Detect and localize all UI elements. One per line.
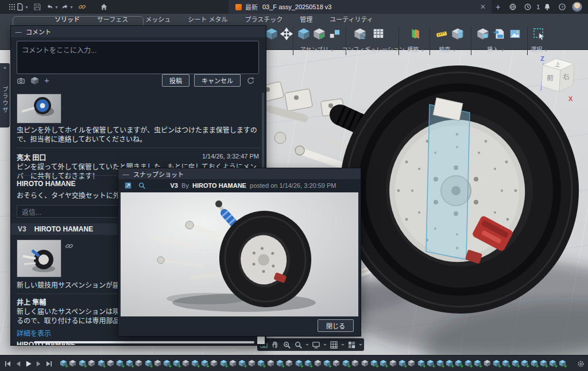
grid-snap-icon[interactable] (330, 341, 338, 349)
timeline-component-icon[interactable]: + (446, 360, 453, 368)
group-construct[interactable]: 構築 ▼ (407, 45, 424, 53)
timeline-body-icon[interactable] (483, 360, 491, 368)
fit-view-icon[interactable] (294, 341, 303, 349)
timeline-component-icon[interactable]: + (380, 360, 387, 368)
timeline-component-icon[interactable]: + (521, 360, 528, 368)
zoom-icon[interactable] (283, 341, 291, 349)
select-tool-icon[interactable] (533, 28, 546, 40)
timeline-body-icon[interactable] (248, 360, 256, 368)
home-icon[interactable] (96, 0, 111, 14)
construct-plane-icon[interactable] (409, 28, 421, 40)
timeline-component-icon[interactable]: + (116, 360, 123, 368)
minimize-icon[interactable]: — (118, 171, 133, 177)
new-component-icon[interactable] (313, 28, 326, 40)
insert-derive-icon[interactable] (297, 28, 310, 40)
redo-icon[interactable]: ▼ (60, 0, 75, 14)
timeline-component-icon[interactable]: + (220, 360, 227, 368)
timeline-component-icon[interactable]: + (173, 360, 180, 368)
timeline-component-icon[interactable]: + (163, 360, 171, 368)
group-inspect[interactable]: 検査 ▼ (439, 45, 456, 53)
timeline-component-icon[interactable]: + (79, 360, 86, 368)
grid-dropdown-caret-icon[interactable] (341, 344, 345, 346)
help-icon[interactable]: ? (555, 0, 570, 14)
browser-panel-tab[interactable]: ブラウザ (0, 72, 10, 127)
timeline-body-icon[interactable] (314, 360, 322, 368)
group-configuration[interactable]: コンフィギュレーション ▼ (342, 45, 411, 53)
timeline-component-icon[interactable]: + (399, 360, 406, 368)
timeline-body-icon[interactable] (154, 360, 161, 368)
timeline-component-icon[interactable]: + (559, 360, 566, 368)
timeline-step-forward-icon[interactable] (33, 359, 44, 368)
measure-icon[interactable] (435, 28, 448, 40)
share-icon[interactable] (75, 0, 90, 14)
show-details-link[interactable]: 詳細を表示 (17, 328, 51, 338)
timeline-body-icon[interactable] (88, 360, 95, 368)
document-tab[interactable]: 最新 03_F assy_20250518 v3 ✕ (229, 0, 492, 14)
snapshot-dialog-header[interactable]: — スナップショット (118, 168, 361, 180)
timeline-body-icon[interactable] (285, 360, 293, 368)
timeline-component-icon[interactable]: + (342, 360, 350, 368)
comment-thumbnail[interactable] (17, 239, 61, 277)
extensions-globe-icon[interactable] (505, 0, 520, 14)
insert-canvas-image-icon[interactable] (509, 28, 521, 40)
timeline-body-icon[interactable] (107, 360, 114, 368)
save-icon[interactable] (30, 0, 45, 14)
notifications-bell-icon[interactable] (540, 0, 555, 14)
group-assembly[interactable]: アセンブリ ▼ (300, 45, 334, 53)
insert-mesh-icon[interactable] (477, 28, 489, 40)
post-button[interactable]: 投稿 (162, 74, 189, 87)
timeline-body-icon[interactable] (267, 360, 274, 368)
timeline-component-icon[interactable]: + (502, 360, 509, 368)
timeline-component-icon[interactable]: + (98, 360, 105, 368)
comment-input[interactable] (17, 41, 259, 74)
configuration-table-icon[interactable] (372, 28, 385, 40)
timeline-component-icon[interactable]: + (465, 360, 472, 368)
cancel-button[interactable]: キャンセル (194, 74, 241, 87)
browser-collapse-icon[interactable]: « (0, 63, 10, 72)
configure-icon[interactable] (354, 28, 366, 40)
move-copy-icon[interactable] (280, 28, 293, 40)
minimize-icon[interactable]: — (11, 28, 26, 35)
tab-plastic[interactable]: プラスチック (245, 14, 283, 24)
timeline-body-icon[interactable] (389, 360, 397, 368)
timeline-component-icon[interactable]: + (276, 360, 284, 368)
viewports-dropdown-caret-icon[interactable] (359, 344, 362, 346)
undo-icon[interactable]: ▼ (45, 0, 60, 14)
group-insert[interactable]: 挿入 ▼ (487, 45, 504, 53)
comments-horizontal-scrollbar[interactable] (34, 341, 254, 343)
viewports-icon[interactable] (347, 341, 356, 349)
timeline-component-icon[interactable]: + (493, 360, 500, 368)
timeline-body-icon[interactable] (182, 360, 189, 368)
close-tab-icon[interactable]: ✕ (480, 3, 486, 11)
timeline-go-to-start-icon[interactable] (2, 359, 13, 368)
refresh-icon[interactable] (246, 76, 255, 85)
timeline-component-icon[interactable]: + (60, 360, 67, 368)
timeline-component-icon[interactable]: + (126, 360, 133, 368)
timeline-body-icon[interactable] (361, 360, 369, 368)
timeline-play-icon[interactable] (23, 359, 33, 368)
timeline-component-icon[interactable]: + (370, 360, 378, 368)
close-snapshot-button[interactable]: 閉じる (318, 319, 354, 332)
pattern-icon[interactable] (328, 28, 341, 40)
timeline-component-icon[interactable]: + (512, 360, 519, 368)
user-avatar[interactable] (572, 2, 582, 12)
timeline-component-icon[interactable]: + (323, 360, 331, 368)
expand-snapshot-icon[interactable] (124, 181, 132, 190)
timeline-body-icon[interactable] (332, 360, 340, 368)
timeline-body-icon[interactable] (408, 360, 415, 368)
insert-svg-icon[interactable] (493, 28, 505, 40)
timeline-body-icon[interactable] (351, 360, 359, 368)
file-menu-icon[interactable]: ▼ (15, 0, 30, 14)
timeline-component-icon[interactable]: + (436, 360, 444, 368)
timeline-component-icon[interactable]: + (549, 360, 556, 368)
timeline-component-icon[interactable]: + (295, 360, 303, 368)
view-cube[interactable]: Z X 上 前 右 (533, 51, 581, 103)
snapshot-image[interactable] (121, 192, 358, 316)
tab-mesh[interactable]: メッシュ (145, 14, 171, 24)
timeline-component-icon[interactable]: + (145, 360, 152, 368)
timeline-component-icon[interactable]: + (304, 360, 312, 368)
section-analysis-icon[interactable] (451, 28, 464, 40)
timeline-component-icon[interactable]: + (427, 360, 434, 368)
new-tab-icon[interactable]: + (490, 0, 505, 14)
timeline-component-icon[interactable]: + (238, 360, 246, 368)
